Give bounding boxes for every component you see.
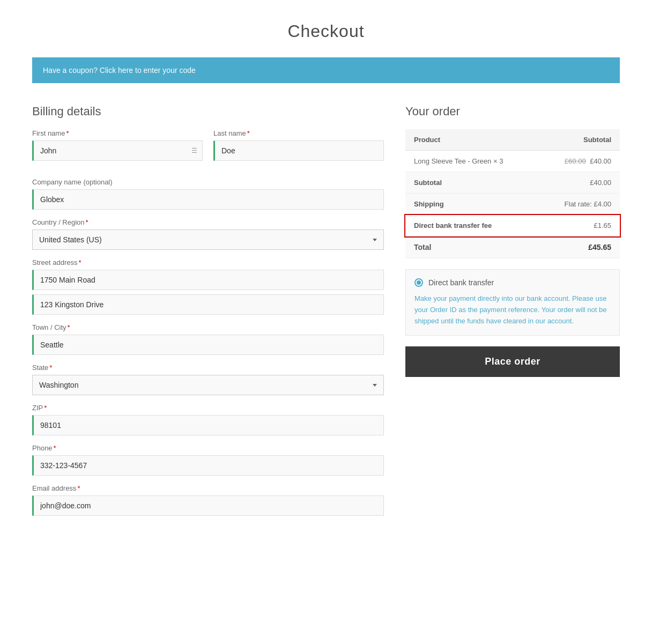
billing-section: Billing details First name* ☰ Last name*… <box>32 105 384 524</box>
first-name-label: First name* <box>32 129 203 137</box>
street-group: Street address* <box>32 258 384 315</box>
email-label: Email address* <box>32 484 384 492</box>
coupon-bar[interactable]: Have a coupon? Click here to enter your … <box>32 57 620 83</box>
state-select[interactable]: Washington <box>32 375 384 395</box>
subtotal-value: £40.00 <box>539 172 620 194</box>
company-group: Company name (optional) <box>32 178 384 210</box>
order-title: Your order <box>405 105 620 119</box>
shipping-label: Shipping <box>405 194 539 215</box>
total-value: £45.65 <box>539 236 620 258</box>
payment-description: Make your payment directly into our bank… <box>414 293 611 327</box>
person-icon: ☰ <box>191 147 197 154</box>
sale-price: £40.00 <box>590 157 611 165</box>
last-name-label: Last name* <box>213 129 384 137</box>
phone-group: Phone* <box>32 444 384 476</box>
city-label: Town / City* <box>32 323 384 331</box>
order-table: Product Subtotal Long Sleeve Tee - Green… <box>405 129 620 258</box>
first-name-input[interactable] <box>32 140 203 161</box>
email-input[interactable] <box>32 495 384 516</box>
subtotal-label: Subtotal <box>405 172 539 194</box>
bank-fee-label: Direct bank transfer fee <box>405 215 539 236</box>
street2-input[interactable] <box>32 294 384 315</box>
col-product: Product <box>405 129 539 151</box>
company-input[interactable] <box>32 189 384 210</box>
last-name-group: Last name* <box>213 129 384 161</box>
shipping-row: Shipping Flat rate: £4.00 <box>405 194 620 215</box>
payment-radio[interactable] <box>414 278 423 287</box>
bank-fee-value: £1.65 <box>539 215 620 236</box>
order-section: Your order Product Subtotal Long Sleeve … <box>405 105 620 377</box>
payment-label: Direct bank transfer <box>428 278 494 287</box>
billing-title: Billing details <box>32 105 384 119</box>
shipping-value: Flat rate: £4.00 <box>539 194 620 215</box>
email-group: Email address* <box>32 484 384 516</box>
zip-group: ZIP* <box>32 404 384 435</box>
last-name-input[interactable] <box>213 140 384 161</box>
payment-option[interactable]: Direct bank transfer <box>414 278 611 287</box>
page-title: Checkout <box>0 0 652 57</box>
zip-label: ZIP* <box>32 404 384 412</box>
payment-section: Direct bank transfer Make your payment d… <box>405 269 620 336</box>
street1-input[interactable] <box>32 270 384 290</box>
product-row: Long Sleeve Tee - Green × 3 £60.00 £40.0… <box>405 151 620 172</box>
phone-input[interactable] <box>32 455 384 476</box>
country-group: Country / Region* United States (US) <box>32 218 384 250</box>
zip-input[interactable] <box>32 415 384 435</box>
company-label: Company name (optional) <box>32 178 384 186</box>
state-group: State* Washington <box>32 364 384 395</box>
product-price: £60.00 £40.00 <box>539 151 620 172</box>
product-name: Long Sleeve Tee - Green × 3 <box>405 151 539 172</box>
street-label: Street address* <box>32 258 384 267</box>
col-subtotal: Subtotal <box>539 129 620 151</box>
subtotal-row: Subtotal £40.00 <box>405 172 620 194</box>
coupon-text: Have a coupon? Click here to enter your … <box>43 66 196 75</box>
city-group: Town / City* <box>32 323 384 355</box>
country-label: Country / Region* <box>32 218 384 226</box>
state-label: State* <box>32 364 384 372</box>
city-input[interactable] <box>32 335 384 355</box>
place-order-button[interactable]: Place order <box>405 346 620 377</box>
country-select[interactable]: United States (US) <box>32 230 384 250</box>
bank-fee-row: Direct bank transfer fee £1.65 <box>405 215 620 236</box>
total-label: Total <box>405 236 539 258</box>
original-price: £60.00 <box>565 157 586 165</box>
first-name-group: First name* ☰ <box>32 129 203 161</box>
phone-label: Phone* <box>32 444 384 452</box>
total-row: Total £45.65 <box>405 236 620 258</box>
